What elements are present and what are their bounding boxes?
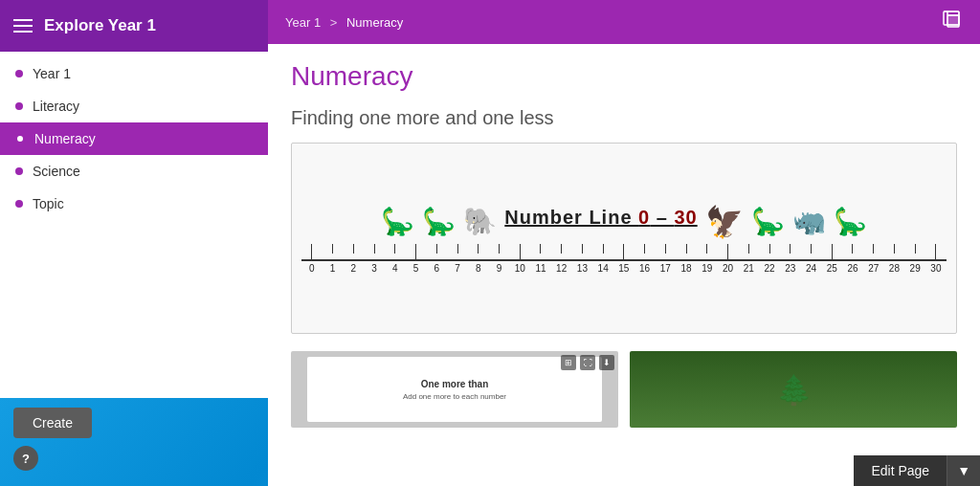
thumbnail-icon-2[interactable]: ⛶ (580, 355, 595, 370)
num-label-24: 24 (801, 263, 822, 274)
tick-12 (551, 244, 572, 259)
tick-3 (364, 244, 385, 259)
num-label-9: 9 (489, 263, 510, 274)
sidebar-item-year1[interactable]: Year 1 (0, 57, 268, 90)
num-label-20: 20 (718, 263, 739, 274)
num-label-14: 14 (592, 263, 613, 274)
thumbnail-right[interactable]: 🌲 (630, 351, 957, 428)
tick-28 (884, 244, 905, 259)
tick-19 (697, 244, 718, 259)
num-label-18: 18 (676, 263, 697, 274)
num-label-16: 16 (635, 263, 656, 274)
num-label-15: 15 (613, 263, 635, 274)
range-end: 30 (674, 207, 697, 228)
num-label-27: 27 (863, 263, 884, 274)
num-label-8: 8 (468, 263, 489, 274)
sidebar-item-label-numeracy: Numeracy (34, 131, 96, 146)
tick-27 (863, 244, 884, 259)
sidebar-item-label-topic: Topic (33, 196, 64, 211)
tick-22 (759, 244, 780, 259)
tick-8 (468, 244, 489, 259)
tick-20 (718, 244, 739, 259)
tick-2 (343, 244, 364, 259)
sidebar-item-numeracy[interactable]: Numeracy (0, 122, 268, 155)
top-bar: Year 1 > Numeracy (268, 0, 980, 44)
tick-4 (385, 244, 406, 259)
sidebar-nav: Year 1 Literacy Numeracy Science Topic (0, 52, 268, 398)
sidebar: Explore Year 1 Year 1 Literacy Numeracy … (0, 0, 268, 486)
num-label-5: 5 (406, 263, 427, 274)
num-label-26: 26 (842, 263, 863, 274)
section-title: Finding one more and one less (291, 107, 957, 129)
tick-15 (613, 244, 635, 259)
thumbnail-body: Add one more to each number (403, 392, 506, 401)
tick-18 (676, 244, 697, 259)
thumbnail-icons: ⊞ ⛶ ⬇ (561, 355, 614, 370)
num-label-6: 6 (426, 263, 447, 274)
tick-6 (426, 244, 447, 259)
tick-23 (780, 244, 801, 259)
thumbnail-left[interactable]: One more than Add one more to each numbe… (291, 351, 618, 428)
tick-11 (530, 244, 551, 259)
tick-30 (925, 244, 947, 259)
num-label-28: 28 (884, 263, 905, 274)
sidebar-item-topic[interactable]: Topic (0, 188, 268, 220)
num-label-11: 11 (530, 263, 551, 274)
edit-page-dropdown[interactable]: ▼ (947, 455, 980, 486)
range-start: 0 (638, 207, 650, 228)
share-icon[interactable] (942, 10, 963, 35)
sidebar-item-science[interactable]: Science (0, 155, 268, 188)
num-label-17: 17 (655, 263, 676, 274)
sidebar-item-label-literacy: Literacy (33, 99, 79, 114)
tick-14 (592, 244, 613, 259)
tick-24 (801, 244, 822, 259)
num-label-29: 29 (904, 263, 925, 274)
num-label-23: 23 (780, 263, 801, 274)
sidebar-item-label-year1: Year 1 (33, 66, 71, 81)
breadcrumb-current: Numeracy (346, 15, 403, 30)
thumbnail-icon-1[interactable]: ⊞ (561, 355, 576, 370)
nav-dot-science (15, 167, 23, 175)
num-label-2: 2 (343, 263, 364, 274)
number-line-container: 🦕 🦕 🐘 Number Line 0 – 30 🦅 🦕 🦏 🦕 (291, 143, 957, 334)
num-label-25: 25 (821, 263, 842, 274)
sidebar-bottom: Create ? (0, 398, 268, 486)
tick-16 (635, 244, 656, 259)
num-label-3: 3 (364, 263, 385, 274)
tick-25 (821, 244, 842, 259)
sidebar-item-literacy[interactable]: Literacy (0, 90, 268, 122)
bottom-thumbnails: One more than Add one more to each numbe… (291, 351, 957, 428)
num-label-22: 22 (759, 263, 780, 274)
breadcrumb-year[interactable]: Year 1 (285, 15, 321, 30)
sidebar-header: Explore Year 1 (0, 0, 268, 52)
sidebar-title: Explore Year 1 (44, 16, 156, 35)
thumbnail-title: One more than (421, 379, 489, 389)
main-content: Year 1 > Numeracy Numeracy Finding one m… (268, 0, 980, 486)
tick-29 (904, 244, 925, 259)
create-button[interactable]: Create (13, 408, 92, 438)
tick-26 (842, 244, 863, 259)
thumbnail-icon-3[interactable]: ⬇ (599, 355, 614, 370)
num-label-1: 1 (323, 263, 344, 274)
num-label-21: 21 (738, 263, 759, 274)
nav-dot-literacy (15, 102, 23, 110)
content-area: Numeracy Finding one more and one less 🦕… (268, 44, 980, 486)
page-title: Numeracy (291, 61, 957, 92)
num-label-10: 10 (509, 263, 530, 274)
dino-7: 🦕 (834, 206, 867, 237)
dino-5: 🦕 (751, 206, 785, 237)
num-label-12: 12 (551, 263, 572, 274)
breadcrumb-separator: > (330, 15, 338, 30)
hamburger-icon[interactable] (13, 19, 33, 33)
dino-4: 🦅 (705, 204, 744, 240)
num-label-0: 0 (301, 263, 323, 274)
dinosaur-row: 🦕 🦕 🐘 Number Line 0 – 30 🦅 🦕 🦏 🦕 (381, 204, 866, 240)
edit-page-button[interactable]: Edit Page (854, 455, 947, 486)
num-label-30: 30 (925, 263, 947, 274)
sidebar-item-label-science: Science (33, 164, 80, 179)
tick-5 (406, 244, 427, 259)
num-label-4: 4 (385, 263, 406, 274)
ruler: 0123456789101112131415161718192021222324… (301, 244, 947, 274)
help-icon[interactable]: ? (13, 446, 38, 471)
edit-page-bar: Edit Page ▼ (854, 455, 980, 486)
